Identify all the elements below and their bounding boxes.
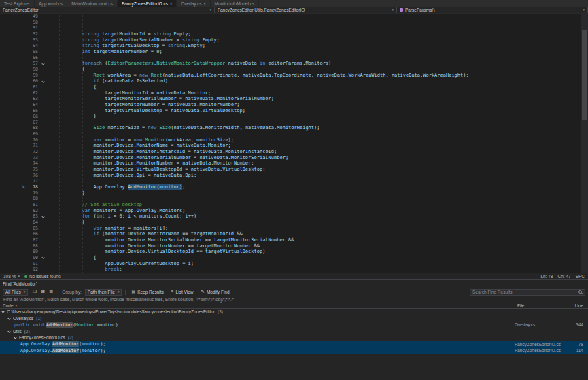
project-dropdown[interactable]: FancyZonesEditor <box>0 7 215 13</box>
breakpoint-margin[interactable] <box>0 167 27 173</box>
files-filter-dropdown[interactable]: All Files <box>3 289 28 296</box>
breakpoint-margin[interactable] <box>0 190 27 196</box>
code-line[interactable]: 63 targetMonitorSerialNumber = nativeDat… <box>0 96 588 102</box>
fold-chevron-icon[interactable] <box>41 80 44 82</box>
code-line[interactable]: 75 monitor.Device.VirtualDesktopId = nat… <box>0 167 588 173</box>
breakpoint-margin[interactable] <box>0 61 27 67</box>
code-line[interactable]: 68 Size monitorSize = new Size(nativeDat… <box>0 125 588 131</box>
breakpoint-margin[interactable] <box>0 255 27 261</box>
code-line[interactable]: 52 string targetMonitorId = string.Empty… <box>0 31 588 37</box>
code-line[interactable]: 49 <box>0 14 588 20</box>
code-line[interactable]: 59 Rect workArea = new Rect(nativeData.L… <box>0 73 588 79</box>
tab-test-explorer[interactable]: Test Explorer <box>0 0 35 7</box>
find-results-tab[interactable]: Find 'AddMonitor' <box>3 281 37 286</box>
code-line[interactable]: 89 monitor.Device.VirtualDesktopId == ta… <box>0 249 588 255</box>
code-line[interactable]: 90 { <box>0 255 588 261</box>
code-line[interactable]: 81 // Set active desktop <box>0 202 588 208</box>
code-line[interactable]: 88 monitor.Device.MonitorNumber == targe… <box>0 243 588 249</box>
code-line[interactable]: 62 targetMonitorId = nativeData.Monitor; <box>0 90 588 97</box>
code-line[interactable]: 70 var monitor = new Monitor(workArea, m… <box>0 137 588 143</box>
breakpoint-margin[interactable] <box>0 173 27 179</box>
breakpoint-margin[interactable] <box>0 31 27 37</box>
breakpoint-margin[interactable] <box>0 131 27 137</box>
code-line[interactable]: 53 string targetMonitorSerialNumber = st… <box>0 37 588 44</box>
breakpoint-margin[interactable] <box>0 20 27 26</box>
code-line[interactable]: 51 <box>0 25 588 31</box>
breakpoint-margin[interactable] <box>0 143 27 149</box>
breakpoint-margin[interactable] <box>0 49 27 55</box>
copy-icon[interactable] <box>31 289 38 296</box>
line-indicator[interactable]: Ln: 78 <box>540 274 553 279</box>
code-line[interactable]: 73 monitor.Device.MonitorSerialNumber = … <box>0 155 588 161</box>
tab-overlay-cs[interactable]: Overlay.cs× <box>177 0 210 7</box>
fold-chevron-icon[interactable] <box>41 256 44 259</box>
column-indicator[interactable]: Ch: 47 <box>557 274 570 279</box>
close-icon[interactable]: × <box>203 1 205 5</box>
result-row[interactable]: App.Overlay.AddMonitor(monitor);FancyZon… <box>0 347 588 354</box>
code-line[interactable]: 50 <box>0 20 588 26</box>
code-line[interactable]: 56 <box>0 55 588 61</box>
code-line[interactable]: 72 monitor.Device.MonitorInstanceId = na… <box>0 149 588 155</box>
breakpoint-margin[interactable] <box>0 55 27 61</box>
breakpoint-margin[interactable] <box>0 84 27 90</box>
expand-chevron-icon[interactable] <box>7 330 10 332</box>
keep-results-button[interactable]: Keep Results <box>129 289 165 296</box>
code-line[interactable]: 55 int targetMonitorNumber = 0; <box>0 49 588 55</box>
code-line[interactable]: 67 <box>0 120 588 126</box>
type-dropdown[interactable]: FancyZonesEditor.Utils.FancyZonesEditorI… <box>215 7 397 13</box>
breakpoint-margin[interactable] <box>0 178 27 184</box>
result-group-row[interactable]: Overlay.cs(1) <box>0 315 588 322</box>
breakpoint-margin[interactable] <box>0 37 27 44</box>
code-line[interactable]: 82 var monitors = App.Overlay.Monitors; <box>0 208 588 214</box>
code-line[interactable]: 83 for (int i = 0; i < monitors.Count; i… <box>0 213 588 220</box>
issues-indicator[interactable]: No issues found <box>24 274 61 279</box>
fold-chevron-icon[interactable] <box>41 62 44 65</box>
result-row[interactable]: App.Overlay.AddMonitor(monitor);FancyZon… <box>0 341 588 348</box>
result-group-row[interactable]: C:\Users\zhaopengwang\Desktop\powertoys\… <box>0 309 588 315</box>
breakpoint-margin[interactable] <box>0 213 27 220</box>
breakpoint-margin[interactable] <box>0 96 27 102</box>
code-line[interactable]: ✎78 App.Overlay.AddMonitor(monitor); <box>0 184 588 190</box>
breakpoint-margin[interactable] <box>0 249 27 255</box>
tab-mainwindow-xaml-cs[interactable]: MainWindow.xaml.cs <box>67 0 118 7</box>
code-line[interactable]: 85 var monitor = monitors[i]; <box>0 226 588 232</box>
expand-chevron-icon[interactable] <box>7 317 10 319</box>
breakpoint-margin[interactable] <box>0 202 27 208</box>
code-line[interactable]: 57 foreach (EditorParameters.NativeMonit… <box>0 61 588 67</box>
modify-find-button[interactable]: Modify Find <box>199 289 232 296</box>
breakpoint-margin[interactable] <box>0 208 27 214</box>
expand-chevron-icon[interactable] <box>1 311 4 313</box>
tab-monitorinfomodel-cs[interactable]: MonitorInfoModel.cs <box>211 0 260 7</box>
code-line[interactable]: 86 if (monitor.Device.MonitorName == tar… <box>0 231 588 237</box>
expand-all-icon[interactable] <box>39 289 46 296</box>
spaces-indicator[interactable]: SPC <box>576 274 585 279</box>
line-column-header[interactable]: Line <box>568 303 588 308</box>
breakpoint-margin[interactable] <box>0 108 27 114</box>
member-dropdown[interactable]: ParseParams() <box>397 7 588 13</box>
breakpoint-margin[interactable] <box>0 125 27 131</box>
code-line[interactable]: 64 targetMonitorNumber = nativeData.Moni… <box>0 102 588 108</box>
code-line[interactable]: 66 } <box>0 114 588 120</box>
tab-fancyzoneseditorio-cs[interactable]: FancyZonesEditorIO.cs× <box>118 0 177 7</box>
breakpoint-margin[interactable] <box>0 114 27 120</box>
fold-chevron-icon[interactable] <box>41 215 44 218</box>
breakpoint-margin[interactable] <box>0 160 27 167</box>
breakpoint-margin[interactable] <box>0 67 27 73</box>
code-line[interactable]: 77 <box>0 178 588 184</box>
group-by-dropdown[interactable]: Path then File <box>85 289 122 296</box>
breakpoint-margin[interactable] <box>0 137 27 143</box>
breakpoint-margin[interactable] <box>0 226 27 232</box>
code-line[interactable]: 80 <box>0 196 588 202</box>
code-line[interactable]: 84 { <box>0 220 588 226</box>
code-line[interactable]: 65 targetVirtualDesktop = nativeData.Vir… <box>0 108 588 114</box>
breakpoint-margin[interactable] <box>0 231 27 237</box>
breakpoint-margin[interactable] <box>0 243 27 249</box>
code-line[interactable]: 61 { <box>0 84 588 90</box>
breakpoint-margin[interactable] <box>0 266 27 273</box>
code-line[interactable]: 92 break; <box>0 266 588 273</box>
code-line[interactable]: 79 } <box>0 190 588 196</box>
code-line[interactable]: 74 monitor.Device.MonitorNumber = native… <box>0 160 588 167</box>
code-line[interactable]: 76 monitor.Device.Dpi = nativeData.Dpi; <box>0 173 588 179</box>
code-line[interactable]: 58 { <box>0 67 588 73</box>
code-line[interactable]: 87 monitor.Device.MonitorSerialNumber ==… <box>0 237 588 243</box>
